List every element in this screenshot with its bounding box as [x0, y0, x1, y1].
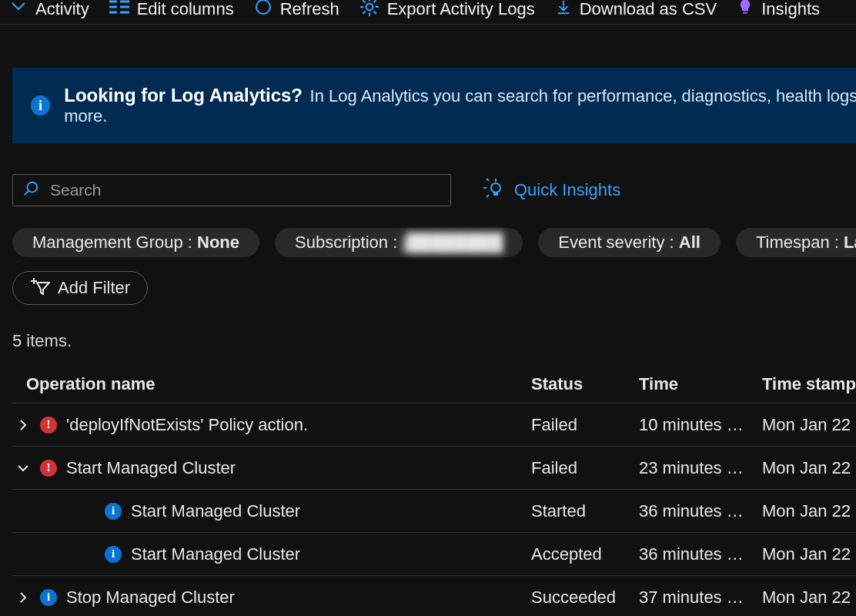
cell-ts: Mon Jan 22 … [759, 544, 856, 564]
operation-name[interactable]: Stop Managed Cluster [66, 588, 235, 608]
bulb-rays-icon [482, 177, 505, 203]
item-count: 5 items. [12, 331, 856, 351]
search-icon [22, 180, 39, 201]
col-status[interactable]: Status [528, 374, 636, 394]
svg-line-23 [487, 195, 489, 197]
download-csv-button[interactable]: Download as CSV [555, 0, 717, 20]
activity-dropdown[interactable]: Activity [9, 0, 89, 21]
add-filter-label: Add Filter [58, 278, 130, 298]
export-button[interactable]: Export Activity Logs [359, 0, 535, 22]
refresh-label: Refresh [280, 0, 339, 19]
error-icon: ! [40, 460, 57, 477]
chevron-down-icon[interactable] [15, 462, 31, 474]
activity-table: Operation name Status Time Time stamp !'… [12, 365, 856, 616]
cell-time: 36 minutes … [636, 501, 759, 521]
export-label: Export Activity Logs [387, 0, 535, 19]
table-row[interactable]: !Start Managed ClusterFailed23 minutes …… [12, 447, 856, 490]
svg-rect-24 [493, 192, 498, 196]
svg-line-12 [363, 0, 365, 2]
insights-label: Insights [761, 0, 820, 19]
filter-timespan[interactable]: Timespan : Last 6 hours [736, 228, 856, 257]
cell-ts: Mon Jan 22 … [759, 501, 856, 521]
cell-ts: Mon Jan 22 … [759, 415, 856, 435]
add-filter-icon [30, 276, 50, 300]
chevron-right-icon[interactable] [15, 419, 31, 431]
svg-point-17 [27, 182, 37, 192]
svg-point-19 [491, 183, 500, 192]
svg-line-15 [373, 0, 376, 2]
table-row[interactable]: !'deployIfNotExists' Policy action.Faile… [12, 403, 856, 447]
toolbar: Activity Edit columns Refresh [0, 0, 856, 25]
info-icon: i [105, 503, 122, 520]
edit-columns-button[interactable]: Edit columns [109, 0, 234, 19]
filter-management-group[interactable]: Management Group : None [12, 228, 259, 257]
svg-line-14 [363, 11, 365, 13]
gear-icon [359, 0, 380, 22]
svg-point-7 [366, 3, 373, 10]
svg-line-22 [487, 179, 489, 181]
filter-pills: Management Group : None Subscription : j… [12, 228, 856, 257]
insights-button[interactable]: Insights [737, 0, 820, 21]
col-operation[interactable]: Operation name [12, 374, 528, 394]
filter-event-severity[interactable]: Event severity : All [538, 228, 721, 257]
svg-line-18 [25, 190, 29, 195]
cell-time: 36 minutes … [636, 544, 759, 564]
table-row[interactable]: iStart Managed ClusterAccepted36 minutes… [12, 533, 856, 576]
svg-rect-16 [743, 12, 747, 14]
info-icon: i [105, 546, 122, 563]
error-icon: ! [40, 417, 57, 434]
refresh-button[interactable]: Refresh [254, 0, 339, 21]
add-filter-button[interactable]: Add Filter [12, 271, 148, 305]
operation-name[interactable]: Start Managed Cluster [66, 458, 236, 478]
filter-subscription[interactable]: Subscription : j████████ [275, 228, 523, 257]
cell-time: 37 minutes … [636, 588, 759, 608]
refresh-icon [254, 0, 273, 21]
svg-line-13 [373, 11, 376, 13]
log-analytics-banner[interactable]: i Looking for Log Analytics? In Log Anal… [12, 68, 856, 143]
columns-icon [109, 0, 129, 19]
cell-ts: Mon Jan 22 … [759, 458, 856, 478]
download-icon [555, 0, 572, 20]
chevron-down-icon [9, 0, 28, 21]
operation-name[interactable]: Start Managed Cluster [131, 544, 300, 564]
info-icon: i [40, 589, 57, 606]
svg-point-6 [256, 0, 270, 14]
cell-ts: Mon Jan 22 … [759, 588, 856, 608]
operation-name[interactable]: 'deployIfNotExists' Policy action. [66, 415, 308, 435]
edit-columns-label: Edit columns [137, 0, 234, 19]
activity-label: Activity [35, 0, 89, 19]
info-icon: i [31, 95, 50, 116]
download-csv-label: Download as CSV [580, 0, 717, 19]
search-box[interactable] [12, 174, 451, 206]
cell-time: 10 minutes … [636, 415, 759, 435]
cell-status: Accepted [528, 544, 636, 564]
quick-insights-label: Quick Insights [514, 180, 620, 200]
cell-time: 23 minutes … [636, 458, 759, 478]
table-header: Operation name Status Time Time stamp [12, 365, 856, 403]
operation-name[interactable]: Start Managed Cluster [131, 501, 300, 521]
search-input[interactable] [48, 180, 441, 200]
cell-status: Failed [528, 415, 636, 435]
table-row[interactable]: iStop Managed ClusterSucceeded37 minutes… [12, 576, 856, 616]
banner-lead: Looking for Log Analytics? [64, 85, 303, 105]
col-time[interactable]: Time [636, 374, 759, 394]
table-row[interactable]: iStart Managed ClusterStarted36 minutes … [12, 490, 856, 533]
search-row: Quick Insights [12, 174, 856, 206]
col-timestamp[interactable]: Time stamp [759, 374, 856, 394]
cell-status: Succeeded [528, 588, 636, 608]
cell-status: Failed [528, 458, 636, 478]
chevron-right-icon[interactable] [15, 591, 31, 604]
cell-status: Started [528, 501, 636, 521]
quick-insights-link[interactable]: Quick Insights [482, 177, 620, 203]
lightbulb-icon [737, 0, 754, 21]
